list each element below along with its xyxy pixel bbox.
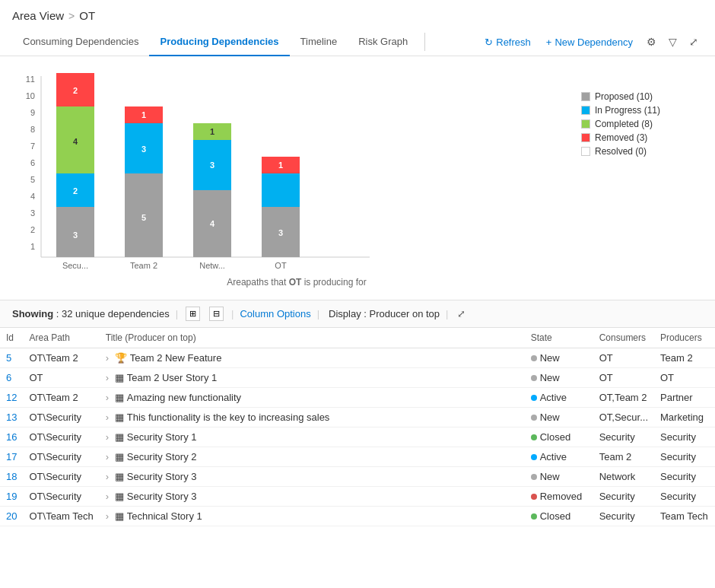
cell-id[interactable]: 13 bbox=[0, 408, 23, 427]
cell-consumers: OT bbox=[593, 348, 654, 368]
expand-arrow-icon[interactable]: › bbox=[106, 471, 109, 482]
settings-icon[interactable]: ⚙ bbox=[642, 33, 661, 51]
title-icon: ▦ bbox=[115, 412, 124, 423]
svg-text:Team 2: Team 2 bbox=[130, 261, 157, 270]
filter-icon[interactable]: ▽ bbox=[664, 33, 682, 51]
cell-id[interactable]: 20 bbox=[0, 507, 23, 526]
legend-inprogress-label: In Progress (11) bbox=[595, 105, 660, 116]
cell-consumers: Security bbox=[593, 427, 654, 447]
showing-bar: Showing : 32 unique dependencies | ⊞ ⊟ |… bbox=[0, 300, 715, 328]
cell-id[interactable]: 5 bbox=[0, 348, 23, 368]
svg-text:1: 1 bbox=[210, 127, 214, 136]
cell-state: Active bbox=[525, 388, 593, 408]
cell-producers: OT bbox=[654, 368, 715, 388]
cell-state: Active bbox=[525, 447, 593, 467]
expand-display-icon[interactable]: ⤢ bbox=[457, 308, 466, 319]
showing-label: Showing : 32 unique dependencies bbox=[12, 308, 170, 319]
cell-state: New bbox=[525, 368, 593, 388]
svg-text:6: 6 bbox=[30, 158, 35, 167]
state-dot bbox=[531, 375, 537, 381]
new-dependency-button[interactable]: + New Dependency bbox=[540, 33, 639, 51]
bar-ot-inprogress bbox=[262, 190, 300, 207]
bar-divider-2: | bbox=[231, 308, 234, 319]
col-header-producers: Producers bbox=[654, 328, 715, 348]
state-dot bbox=[531, 454, 537, 460]
cell-area: OT\Security bbox=[23, 408, 99, 427]
expand-arrow-icon[interactable]: › bbox=[106, 412, 109, 423]
bar-chart: 11 10 9 8 7 6 5 4 3 2 1 3 2 4 bbox=[12, 68, 392, 274]
table-row: 12 OT\Team 2 › ▦Amazing new functionalit… bbox=[0, 388, 715, 408]
cell-title: › ▦Security Story 2 bbox=[100, 447, 525, 467]
cell-title: › ▦Security Story 3 bbox=[100, 487, 525, 507]
cell-title: › ▦Security Story 1 bbox=[100, 427, 525, 447]
cell-id[interactable]: 17 bbox=[0, 447, 23, 467]
showing-text: Showing bbox=[12, 308, 53, 319]
expand-icon[interactable]: ⤢ bbox=[685, 33, 703, 51]
cell-area: OT\Security bbox=[23, 427, 99, 447]
expand-arrow-icon[interactable]: › bbox=[106, 352, 109, 364]
chart-area: 11 10 9 8 7 6 5 4 3 2 1 3 2 4 bbox=[12, 68, 581, 294]
cell-area: OT\Team 2 bbox=[23, 388, 99, 408]
expand-arrow-icon[interactable]: › bbox=[106, 491, 109, 502]
svg-text:4: 4 bbox=[73, 137, 78, 146]
svg-text:10: 10 bbox=[26, 91, 35, 100]
legend-proposed-label: Proposed (10) bbox=[595, 91, 653, 102]
legend-proposed-color bbox=[581, 92, 590, 101]
legend-completed-color bbox=[581, 119, 590, 129]
tab-producing[interactable]: Producing Dependencies bbox=[149, 28, 289, 56]
col-header-id: Id bbox=[0, 328, 23, 348]
chart-legend: Proposed (10) In Progress (11) Completed… bbox=[581, 68, 703, 160]
tab-timeline[interactable]: Timeline bbox=[290, 28, 348, 56]
svg-text:1: 1 bbox=[278, 161, 283, 170]
cell-area: OT\Security bbox=[23, 467, 99, 487]
cell-producers: Security bbox=[654, 427, 715, 447]
col-header-consumers: Consumers bbox=[593, 328, 654, 348]
expand-arrow-icon[interactable]: › bbox=[106, 510, 109, 522]
svg-text:Netw...: Netw... bbox=[199, 261, 225, 270]
legend-removed: Removed (3) bbox=[581, 132, 703, 143]
refresh-button[interactable]: ↻ Refresh bbox=[478, 33, 537, 51]
cell-area: OT\Security bbox=[23, 447, 99, 467]
expand-arrow-icon[interactable]: › bbox=[106, 392, 109, 403]
cell-title: › ▦Security Story 3 bbox=[100, 467, 525, 487]
tab-actions: ↻ Refresh + New Dependency ⚙ ▽ ⤢ bbox=[478, 33, 703, 51]
state-dot bbox=[531, 494, 537, 500]
title-icon: ▦ bbox=[115, 451, 124, 462]
table-row: 17 OT\Security › ▦Security Story 2 Activ… bbox=[0, 447, 715, 467]
expand-all-button[interactable]: ⊞ bbox=[186, 307, 200, 321]
svg-text:8: 8 bbox=[30, 125, 35, 134]
svg-text:2: 2 bbox=[30, 225, 35, 234]
breadcrumb-area[interactable]: Area View bbox=[12, 9, 64, 22]
legend-completed-label: Completed (8) bbox=[595, 119, 653, 129]
title-icon: ▦ bbox=[115, 471, 124, 482]
cell-state: New bbox=[525, 467, 593, 487]
collapse-all-button[interactable]: ⊟ bbox=[209, 307, 224, 321]
legend-inprogress: In Progress (11) bbox=[581, 105, 703, 116]
expand-arrow-icon[interactable]: › bbox=[106, 431, 109, 443]
svg-text:4: 4 bbox=[30, 192, 35, 201]
bar-divider-1: | bbox=[176, 308, 178, 319]
breadcrumb-current: OT bbox=[79, 9, 95, 22]
cell-title: › ▦This functionality is the key to incr… bbox=[100, 408, 525, 427]
table-row: 16 OT\Security › ▦Security Story 1 Close… bbox=[0, 427, 715, 447]
cell-state: Closed bbox=[525, 427, 593, 447]
expand-arrow-icon[interactable]: › bbox=[106, 372, 109, 383]
svg-text:3: 3 bbox=[278, 228, 283, 237]
tab-divider bbox=[424, 33, 425, 51]
cell-id[interactable]: 6 bbox=[0, 368, 23, 388]
cell-area: OT\Team 2 bbox=[23, 348, 99, 368]
column-options-button[interactable]: Column Options bbox=[240, 308, 310, 319]
cell-consumers: OT bbox=[593, 368, 654, 388]
tab-risk-graph[interactable]: Risk Graph bbox=[348, 28, 418, 56]
expand-arrow-icon[interactable]: › bbox=[106, 451, 109, 462]
cell-id[interactable]: 19 bbox=[0, 487, 23, 507]
cell-id[interactable]: 16 bbox=[0, 427, 23, 447]
cell-title: › ▦Team 2 User Story 1 bbox=[100, 368, 525, 388]
cell-id[interactable]: 18 bbox=[0, 467, 23, 487]
cell-area: OT\Security bbox=[23, 487, 99, 507]
table-row: 5 OT\Team 2 › 🏆Team 2 New Feature New OT… bbox=[0, 348, 715, 368]
cell-id[interactable]: 12 bbox=[0, 388, 23, 408]
table-row: 20 OT\Team Tech › ▦Technical Story 1 Clo… bbox=[0, 507, 715, 526]
tab-consuming[interactable]: Consuming Dependencies bbox=[12, 28, 149, 56]
cell-area: OT bbox=[23, 368, 99, 388]
